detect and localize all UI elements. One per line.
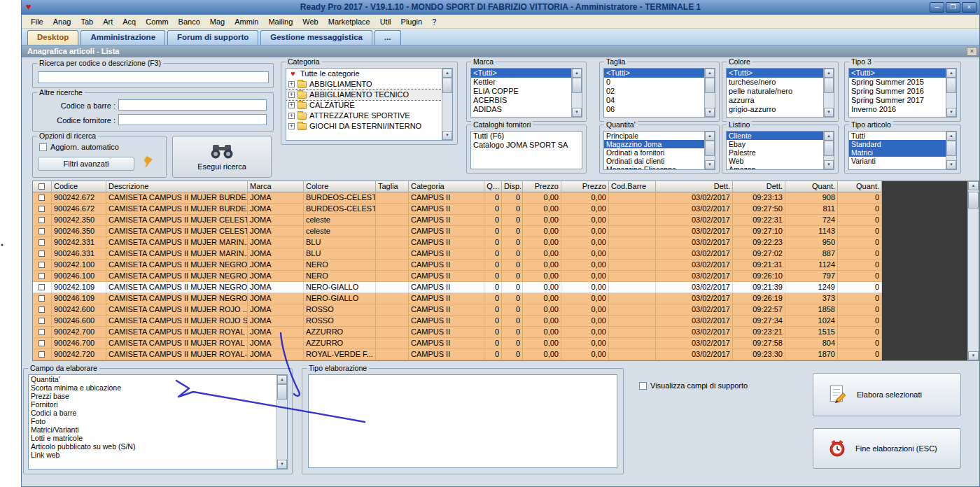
scroll-thumb[interactable] [968, 192, 979, 209]
list-item[interactable]: turchese/nero [727, 78, 823, 87]
list-item[interactable]: ACERBIS [471, 96, 571, 105]
list-item[interactable]: Scorta minima e ubicazione [29, 383, 276, 392]
list-item[interactable]: Ordinati dai clienti [604, 157, 704, 165]
scroll-down-button[interactable] [705, 108, 715, 117]
categoria-tree[interactable]: Tutte le categorieABBIGLIAMENTOABBIGLIAM… [286, 68, 453, 141]
list-item[interactable]: ADIDAS [471, 105, 571, 114]
list-item[interactable]: Amazon [727, 165, 823, 170]
table-row[interactable]: 900242.720CAMISETA CAMPUS II MUJER ROYAL… [33, 349, 882, 360]
list-item[interactable]: azzurra [727, 96, 823, 105]
list-item[interactable]: <Tutti> [471, 69, 571, 78]
table-row[interactable]: 900242.331CAMISETA CAMPUS II MUJER MARIN… [33, 237, 882, 248]
tree-item[interactable]: CALZATURE [286, 100, 442, 111]
tab[interactable]: Desktop [27, 30, 78, 45]
column-header[interactable]: Quant. [785, 181, 838, 192]
column-header[interactable]: Dett. [733, 181, 785, 192]
list-item[interactable]: Quantita' [29, 375, 276, 383]
view-close-button[interactable]: × [967, 47, 977, 56]
colore-list[interactable]: <Tutti>turchese/neropelle naturale/neroa… [726, 68, 834, 118]
list-scrollbar[interactable] [823, 69, 834, 117]
scroll-down-button[interactable] [705, 160, 715, 169]
row-checkbox[interactable] [38, 206, 45, 212]
list-item[interactable]: Matrici [849, 148, 946, 157]
column-header[interactable]: Descrizione [106, 181, 248, 192]
aggiorn-automatico-checkbox[interactable] [39, 143, 47, 151]
quantita-list[interactable]: PrincipaleMagazzino JomaOrdinati a forni… [603, 131, 715, 170]
list-item[interactable]: Link web [29, 451, 276, 459]
menu-item[interactable]: Acq [118, 16, 141, 27]
expand-icon[interactable] [288, 102, 295, 108]
scroll-down-button[interactable] [442, 131, 452, 140]
tipo-elaborazione-list[interactable] [308, 374, 617, 468]
scroll-thumb[interactable] [946, 141, 956, 156]
restore-button[interactable]: ❐ [946, 2, 960, 13]
column-header[interactable]: Cod.Barre [609, 181, 656, 192]
column-header[interactable]: Codice [52, 181, 106, 192]
scroll-up-button[interactable] [277, 375, 287, 384]
menu-item[interactable]: Marketplace [323, 16, 375, 27]
close-button[interactable]: × [962, 2, 976, 13]
table-row[interactable]: 900246.350CAMISETA CAMPUS II MUJER CELES… [33, 226, 882, 237]
cataloghi-list[interactable]: Tutti (F6)Catalogo JOMA SPORT SA [470, 131, 582, 169]
row-checkbox[interactable] [38, 250, 45, 257]
column-header[interactable]: Q... [484, 181, 502, 192]
menu-item[interactable]: Mag [205, 16, 230, 27]
list-scrollbar[interactable] [704, 132, 715, 169]
column-header[interactable]: Colore [304, 181, 376, 192]
list-item[interactable]: Codici a barre [29, 409, 276, 417]
list-scrollbar[interactable] [571, 69, 582, 117]
column-header[interactable]: Taglia [376, 181, 409, 192]
row-checkbox[interactable] [38, 284, 45, 290]
table-row[interactable]: 900246.331CAMISETA CAMPUS II MUJER MARIN… [33, 248, 882, 260]
scroll-up-button[interactable] [824, 132, 834, 141]
row-checkbox[interactable] [38, 306, 45, 313]
list-item[interactable]: Standard [849, 140, 946, 148]
table-row[interactable]: 900242.350CAMISETA CAMPUS II MUJER CELES… [33, 215, 882, 226]
list-item[interactable]: Magazzino Eliacoppe [604, 165, 704, 170]
scroll-down-button[interactable] [946, 160, 956, 169]
table-row[interactable]: 900242.600CAMISETA CAMPUS II MUJER ROJO … [33, 304, 882, 316]
row-checkbox[interactable] [38, 217, 45, 223]
list-item[interactable]: <Tutti> [849, 69, 946, 78]
list-scrollbar[interactable] [704, 69, 715, 117]
campo-da-elaborare-list[interactable]: Quantita'Scorta minima e ubicazionePrezz… [28, 374, 288, 470]
list-item[interactable]: Lotti e matricole [29, 434, 276, 442]
list-item[interactable]: Inverno 2016 [849, 105, 946, 114]
row-checkbox[interactable] [38, 340, 45, 346]
menu-item[interactable]: File [26, 16, 48, 27]
tree-item[interactable]: ATTREZZATURE SPORTIVE [286, 111, 442, 121]
list-item[interactable]: <Tutti> [727, 69, 823, 78]
scroll-thumb[interactable] [824, 141, 834, 156]
menu-item[interactable]: Mailing [263, 16, 298, 27]
list-scrollbar[interactable] [276, 375, 287, 469]
list-item[interactable]: Tutti [849, 132, 946, 140]
tab[interactable]: Gestione messaggistica [260, 30, 372, 45]
list-item[interactable]: Spring Summer 2017 [849, 96, 946, 105]
tipo-articolo-list[interactable]: TuttiStandardMatriciVarianti [848, 131, 957, 170]
list-item[interactable]: Varianti [849, 157, 946, 165]
expand-icon[interactable] [288, 81, 295, 87]
scroll-up-button[interactable] [705, 69, 715, 78]
marca-list[interactable]: <Tutti>KettlerELIA COPPEACERBISADIDAS [470, 68, 582, 118]
table-row[interactable]: 900242.672CAMISETA CAMPUS II MUJER BURDE… [33, 192, 882, 204]
header-checkbox[interactable] [38, 183, 45, 190]
select-all-header[interactable] [33, 181, 52, 192]
column-header[interactable]: Dett. [656, 181, 733, 192]
list-scrollbar[interactable] [946, 132, 956, 169]
list-item[interactable]: Web [727, 157, 823, 165]
list-item[interactable]: 06 [604, 105, 704, 114]
row-checkbox[interactable] [38, 262, 45, 268]
row-checkbox[interactable] [38, 195, 45, 201]
table-row[interactable]: 900246.672CAMISETA CAMPUS II MUJER BURDE… [33, 204, 882, 215]
menu-item[interactable]: Util [375, 16, 396, 27]
minimize-button[interactable]: ─ [930, 2, 944, 13]
menu-item[interactable]: Plugin [396, 16, 428, 27]
row-checkbox[interactable] [38, 295, 45, 302]
list-item[interactable]: Tutti (F6) [471, 132, 582, 141]
tipo3-list[interactable]: <Tutti>Spring Summer 2015Spring Summer 2… [848, 68, 957, 118]
scroll-thumb[interactable] [824, 78, 834, 93]
list-item[interactable]: Foto [29, 417, 276, 425]
scroll-up-button[interactable] [824, 69, 834, 78]
scroll-up-button[interactable] [572, 69, 582, 78]
menu-item[interactable]: ? [427, 16, 441, 27]
